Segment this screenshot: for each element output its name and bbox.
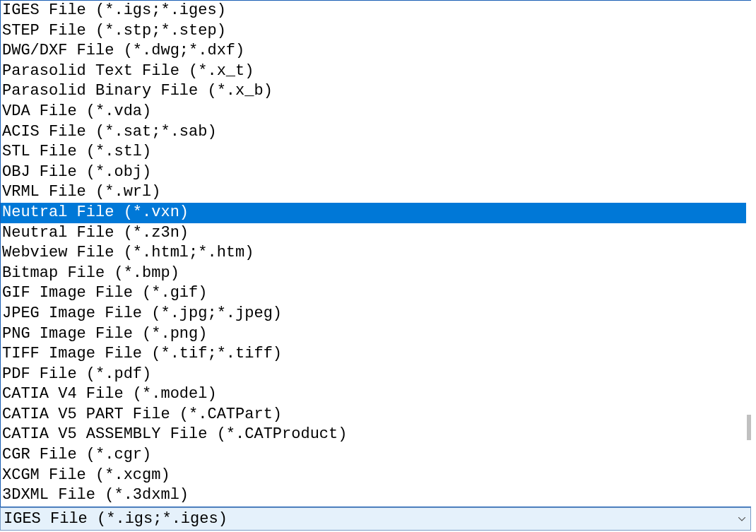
- list-item[interactable]: CGR File (*.cgr): [1, 445, 746, 466]
- combobox-selected-value: IGES File (*.igs;*.iges): [1, 508, 733, 530]
- list-item[interactable]: Webview File (*.html;*.htm): [1, 243, 746, 264]
- file-type-combobox[interactable]: IGES File (*.igs;*.iges): [0, 507, 751, 531]
- scrollbar-thumb[interactable]: [747, 415, 751, 440]
- list-item[interactable]: OBJ File (*.obj): [1, 162, 746, 183]
- list-item[interactable]: ACIS File (*.sat;*.sab): [1, 122, 746, 143]
- file-type-dropdown-list[interactable]: IGES File (*.igs;*.iges) STEP File (*.st…: [0, 0, 751, 507]
- list-item[interactable]: PNG Image File (*.png): [1, 324, 746, 345]
- list-item[interactable]: DWG/DXF File (*.dwg;*.dxf): [1, 41, 746, 61]
- list-item[interactable]: STEP File (*.stp;*.step): [1, 21, 746, 42]
- list-item[interactable]: XCGM File (*.xcgm): [1, 466, 746, 486]
- list-item[interactable]: Parasolid Text File (*.x_t): [1, 61, 746, 82]
- scrollbar-track[interactable]: [745, 1, 751, 507]
- list-item-selected[interactable]: Neutral File (*.vxn): [1, 203, 746, 223]
- list-item[interactable]: IGES File (*.igs;*.iges): [1, 1, 746, 21]
- list-item[interactable]: VDA File (*.vda): [1, 102, 746, 122]
- list-item[interactable]: CATIA V5 ASSEMBLY File (*.CATProduct): [1, 425, 746, 445]
- list-item[interactable]: GIF Image File (*.gif): [1, 283, 746, 304]
- list-item[interactable]: VRML File (*.wrl): [1, 182, 746, 203]
- list-item[interactable]: Neutral File (*.z3n): [1, 223, 746, 244]
- list-item[interactable]: STL File (*.stl): [1, 142, 746, 162]
- list-item[interactable]: CATIA V5 PART File (*.CATPart): [1, 405, 746, 425]
- chevron-down-icon[interactable]: [733, 508, 750, 530]
- list-item[interactable]: CATIA V4 File (*.model): [1, 384, 746, 405]
- list-item[interactable]: IFC File (*.ifc): [1, 506, 746, 507]
- list-item[interactable]: 3DXML File (*.3dxml): [1, 485, 746, 506]
- list-item[interactable]: PDF File (*.pdf): [1, 365, 746, 385]
- list-item[interactable]: TIFF Image File (*.tif;*.tiff): [1, 344, 746, 365]
- list-item[interactable]: JPEG Image File (*.jpg;*.jpeg): [1, 304, 746, 324]
- list-item[interactable]: Parasolid Binary File (*.x_b): [1, 81, 746, 102]
- list-scroll-area: IGES File (*.igs;*.iges) STEP File (*.st…: [1, 1, 746, 507]
- list-item[interactable]: Bitmap File (*.bmp): [1, 264, 746, 284]
